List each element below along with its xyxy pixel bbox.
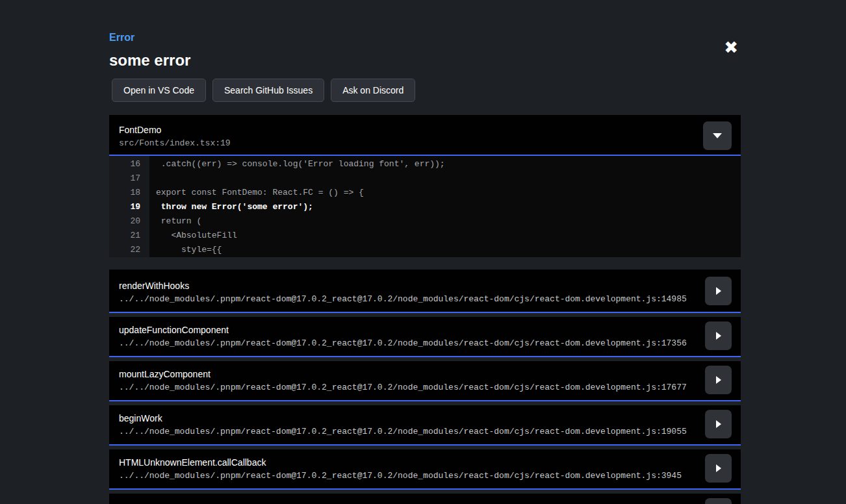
code-line: 22 style={{ bbox=[109, 243, 741, 257]
close-icon: ✖ bbox=[724, 38, 738, 57]
code-line-number: 21 bbox=[109, 229, 149, 243]
expand-frame-button[interactable] bbox=[705, 498, 732, 504]
stack-frame-name: mountLazyComponent bbox=[119, 369, 731, 380]
expand-frame-button[interactable] bbox=[705, 277, 732, 305]
code-frame: 16 .catch((err) => console.log('Error lo… bbox=[109, 156, 741, 257]
stack-frame-name: updateFunctionComponent bbox=[119, 325, 731, 336]
stack-frame-path: ../../node_modules/.pnpm/react-dom@17.0.… bbox=[119, 427, 731, 437]
code-line-text bbox=[149, 171, 741, 186]
source-file-location: src/Fonts/index.tsx:19 bbox=[119, 138, 731, 149]
open-in-vs-code-button[interactable]: Open in VS Code bbox=[112, 79, 206, 102]
stack-frame: beginWork ../../node_modules/.pnpm/react… bbox=[109, 405, 741, 446]
stack-frame-list: renderWithHooks ../../node_modules/.pnpm… bbox=[109, 270, 741, 504]
code-line-text: style={{ bbox=[149, 243, 741, 257]
play-icon bbox=[716, 464, 721, 472]
stack-frame: HTMLUnknownElement.callCallback ../../no… bbox=[109, 449, 741, 490]
expand-frame-button[interactable] bbox=[705, 321, 732, 350]
stack-frame-name: beginWork bbox=[119, 413, 731, 424]
chevron-down-icon bbox=[713, 133, 722, 138]
source-function-name: FontDemo bbox=[119, 125, 731, 136]
stack-frame-name: renderWithHooks bbox=[119, 281, 731, 292]
code-line-number: 20 bbox=[109, 214, 149, 229]
code-line-text: throw new Error('some error'); bbox=[149, 200, 741, 214]
code-line-number: 19 bbox=[109, 200, 149, 214]
source-frame-panel: FontDemo src/Fonts/index.tsx:19 16 .catc… bbox=[109, 115, 741, 257]
code-line: 20 return ( bbox=[109, 214, 741, 229]
ask-on-discord-button[interactable]: Ask on Discord bbox=[331, 79, 415, 102]
code-line: 18 export const FontDemo: React.FC = () … bbox=[109, 186, 741, 200]
code-line-number: 18 bbox=[109, 186, 149, 200]
code-line-text: export const FontDemo: React.FC = () => … bbox=[149, 186, 741, 200]
code-line: 19 throw new Error('some error'); bbox=[109, 200, 741, 214]
play-icon bbox=[716, 287, 721, 295]
code-line-text: return ( bbox=[149, 214, 741, 229]
stack-frame bbox=[109, 494, 741, 504]
stack-frame: updateFunctionComponent ../../node_modul… bbox=[109, 317, 741, 357]
expand-frame-button[interactable] bbox=[705, 410, 732, 438]
code-line: 16 .catch((err) => console.log('Error lo… bbox=[109, 157, 741, 171]
stack-frame-path: ../../node_modules/.pnpm/react-dom@17.0.… bbox=[119, 471, 731, 481]
stack-frame-path: ../../node_modules/.pnpm/react-dom@17.0.… bbox=[119, 294, 731, 305]
play-icon bbox=[716, 420, 721, 428]
search-github-issues-button[interactable]: Search GitHub Issues bbox=[212, 79, 324, 102]
stack-frame: renderWithHooks ../../node_modules/.pnpm… bbox=[109, 270, 741, 313]
play-icon bbox=[716, 376, 721, 384]
error-overlay: ✖ Error some error Open in VS CodeSearch… bbox=[109, 0, 741, 504]
code-line-text: .catch((err) => console.log('Error loadi… bbox=[149, 157, 741, 171]
stack-frame-path: ../../node_modules/.pnpm/react-dom@17.0.… bbox=[119, 383, 731, 393]
error-kind-label: Error bbox=[109, 31, 741, 44]
stack-frame-name: HTMLUnknownElement.callCallback bbox=[119, 457, 731, 468]
expand-frame-button[interactable] bbox=[705, 454, 732, 483]
code-line-number: 17 bbox=[109, 171, 149, 186]
close-button[interactable]: ✖ bbox=[724, 39, 738, 56]
code-line: 17 bbox=[109, 171, 741, 186]
code-line-text: <AbsoluteFill bbox=[149, 229, 741, 243]
stack-frame-path: ../../node_modules/.pnpm/react-dom@17.0.… bbox=[119, 338, 731, 349]
expand-frame-button[interactable] bbox=[705, 366, 732, 394]
stack-frame: mountLazyComponent ../../node_modules/.p… bbox=[109, 361, 741, 401]
code-line-number: 22 bbox=[109, 243, 149, 257]
code-line-number: 16 bbox=[109, 157, 149, 171]
collapse-frame-button[interactable] bbox=[703, 121, 732, 150]
source-frame-header: FontDemo src/Fonts/index.tsx:19 bbox=[109, 115, 741, 156]
action-buttons: Open in VS CodeSearch GitHub IssuesAsk o… bbox=[109, 79, 741, 102]
error-message: some error bbox=[109, 52, 741, 69]
play-icon bbox=[716, 332, 721, 340]
code-line: 21 <AbsoluteFill bbox=[109, 229, 741, 243]
